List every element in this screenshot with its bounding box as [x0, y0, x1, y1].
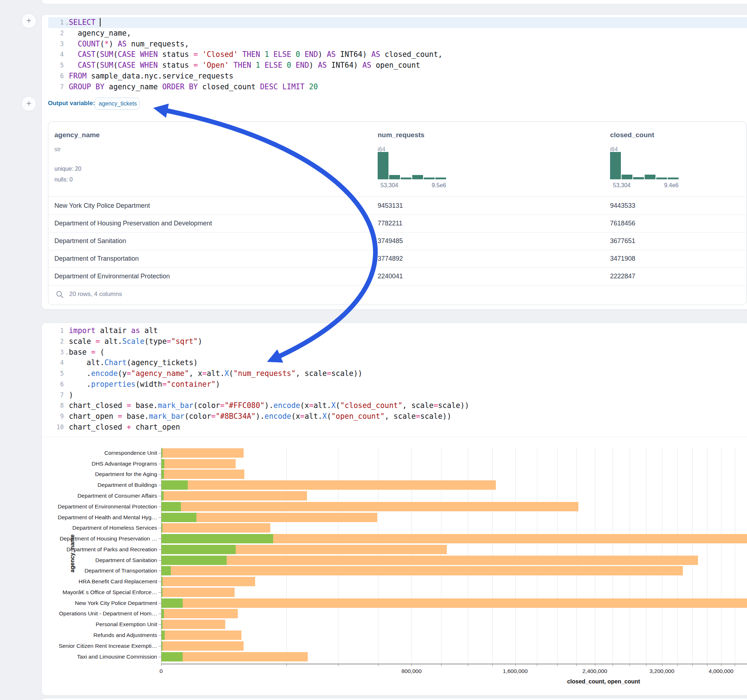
bar-closed_count[interactable]: [161, 448, 243, 458]
y-axis-tick: [159, 528, 161, 528]
cell-num-requests: 7782211: [378, 214, 402, 232]
cell-num-requests: 3749485: [378, 232, 403, 250]
code-line[interactable]: 1import altair as alt: [48, 326, 747, 336]
line-number: 10: [48, 422, 64, 433]
code-line[interactable]: 3 COUNT(*) AS num_requests,: [48, 39, 747, 50]
column-header-closed-count[interactable]: closed_count: [610, 131, 654, 139]
bar-closed_count[interactable]: [161, 631, 242, 640]
bar-closed_count[interactable]: [161, 566, 683, 575]
bar-open_count[interactable]: [161, 599, 183, 608]
bar-open_count[interactable]: [161, 513, 197, 522]
bar-open_count[interactable]: [161, 491, 163, 501]
add-cell-button-top[interactable]: +: [21, 13, 36, 29]
line-number: 7: [48, 390, 64, 401]
code-line[interactable]: 9chart_open = base.mark_bar(color="#8BC3…: [48, 411, 747, 422]
cell-num-requests: 3774892: [378, 250, 403, 267]
bar-closed_count[interactable]: [161, 459, 236, 468]
y-axis-label: Department of Health and Mental Hyg…: [49, 514, 157, 520]
bar-open_count[interactable]: [161, 469, 164, 479]
x-axis-tick: [378, 664, 378, 666]
histogram-bar: [412, 175, 423, 180]
code-line[interactable]: 7): [48, 390, 747, 401]
fold-chevron-icon[interactable]: ⌄: [66, 347, 68, 358]
y-axis-label: HRA Benefit Card Replacement: [49, 578, 157, 585]
y-axis-label: Department of Environmental Protection: [49, 503, 157, 510]
y-axis-tick: [159, 635, 161, 635]
bar-open_count[interactable]: [161, 556, 227, 565]
bar-open_count[interactable]: [161, 631, 165, 640]
bar-open_count[interactable]: [161, 502, 181, 511]
table-row[interactable]: Department of Housing Preservation and D…: [48, 214, 746, 232]
y-axis-tick: [159, 603, 161, 603]
bar-closed_count[interactable]: [161, 480, 496, 490]
bar-closed_count[interactable]: [161, 469, 244, 479]
bar-open_count[interactable]: [161, 652, 183, 661]
code-line[interactable]: 5 CAST(SUM(CASE WHEN status = 'Open' THE…: [48, 60, 747, 71]
code-line[interactable]: 2 agency_name,: [48, 28, 747, 39]
code-line[interactable]: 5 .encode(y="agency_name", x=alt.X("num_…: [48, 368, 747, 379]
x-axis-line: [161, 664, 747, 664]
y-axis-tick: [159, 517, 161, 518]
bar-closed_count[interactable]: [161, 641, 243, 651]
bar-closed_count[interactable]: [161, 523, 270, 533]
bar-closed_count[interactable]: [161, 599, 747, 608]
sql-editor[interactable]: 1⌄SELECT 2 agency_name,3 COUNT(*) AS num…: [48, 17, 747, 92]
code-line[interactable]: 4 alt.Chart(agency_tickets): [48, 358, 747, 368]
bar-closed_count[interactable]: [161, 491, 307, 501]
line-number: 4: [48, 358, 64, 368]
column-header-agency-name[interactable]: agency_name: [54, 131, 100, 139]
dataframe-table: agency_name str unique: 20 nulls: 0 num_…: [48, 121, 747, 305]
y-axis-tick: [159, 625, 161, 625]
python-editor[interactable]: 1import altair as alt2scale = alt.Scale(…: [48, 326, 747, 433]
code-line[interactable]: 6 .properties(width="container"): [48, 379, 747, 390]
plus-icon: +: [26, 98, 31, 108]
table-row[interactable]: Department of Sanitation37494853677651: [48, 232, 746, 250]
bar-open_count[interactable]: [161, 545, 236, 554]
next-cell-edge: [41, 698, 747, 700]
histogram-bar: [656, 178, 667, 180]
table-row[interactable]: New York City Police Department945313194…: [48, 197, 746, 215]
add-cell-button-middle[interactable]: +: [21, 96, 36, 111]
bar-closed_count[interactable]: [161, 502, 578, 511]
code-line[interactable]: 4 CAST(SUM(CASE WHEN status = 'Closed' T…: [48, 49, 747, 60]
table-row[interactable]: Department of Transportation377489234719…: [48, 250, 746, 268]
line-number: 2: [48, 28, 64, 39]
output-variable-chip[interactable]: agency_tickets: [95, 98, 139, 110]
code-line[interactable]: 2scale = alt.Scale(type="sqrt"): [48, 336, 747, 347]
bar-closed_count[interactable]: [161, 588, 234, 597]
bar-open_count[interactable]: [161, 566, 171, 575]
y-axis-title: agency_name: [69, 534, 76, 573]
output-variable-value: agency_tickets: [99, 101, 137, 107]
x-axis-tick: [441, 664, 442, 666]
y-axis-tick: [159, 507, 161, 507]
bar-closed_count[interactable]: [161, 609, 238, 618]
search-icon[interactable]: [56, 290, 64, 299]
line-number: 1: [48, 326, 64, 336]
bar-open_count[interactable]: [161, 459, 164, 468]
bar-closed_count[interactable]: [161, 652, 308, 661]
code-line[interactable]: 7GROUP BY agency_name ORDER BY closed_co…: [48, 82, 747, 92]
table-row[interactable]: Department of Environmental Protection22…: [48, 267, 746, 285]
column-header-num-requests[interactable]: num_requests: [378, 131, 425, 139]
y-axis-label: Department of Buildings: [49, 482, 157, 488]
fold-chevron-icon[interactable]: ⌄: [66, 18, 68, 29]
code-line[interactable]: 10chart_closed + chart_open: [48, 422, 747, 433]
bar-closed_count[interactable]: [161, 620, 225, 629]
code-line[interactable]: 6FROM sample_data.nyc.service_requests: [48, 71, 747, 82]
bar-closed_count[interactable]: [161, 577, 255, 586]
line-number: 6: [48, 71, 64, 82]
code-line[interactable]: 3⌄base = (: [48, 347, 747, 358]
histogram-bar: [645, 175, 655, 180]
y-axis-label: Taxi and Limousine Commission: [49, 653, 157, 660]
code-line[interactable]: 1⌄SELECT: [48, 17, 747, 28]
histogram-closed-count[interactable]: [610, 152, 679, 180]
bar-open_count[interactable]: [161, 480, 188, 490]
y-axis-line: [161, 448, 162, 664]
histogram-num-requests[interactable]: [378, 152, 446, 180]
bar-open_count[interactable]: [161, 534, 273, 543]
code-line[interactable]: 8chart_closed = base.mark_bar(color="#FF…: [48, 400, 747, 411]
x-axis-title: closed_count, open_count: [567, 678, 640, 685]
bar-open_count[interactable]: [161, 609, 164, 618]
x-axis-tick: [557, 664, 558, 666]
bar-closed_count[interactable]: [161, 556, 698, 565]
